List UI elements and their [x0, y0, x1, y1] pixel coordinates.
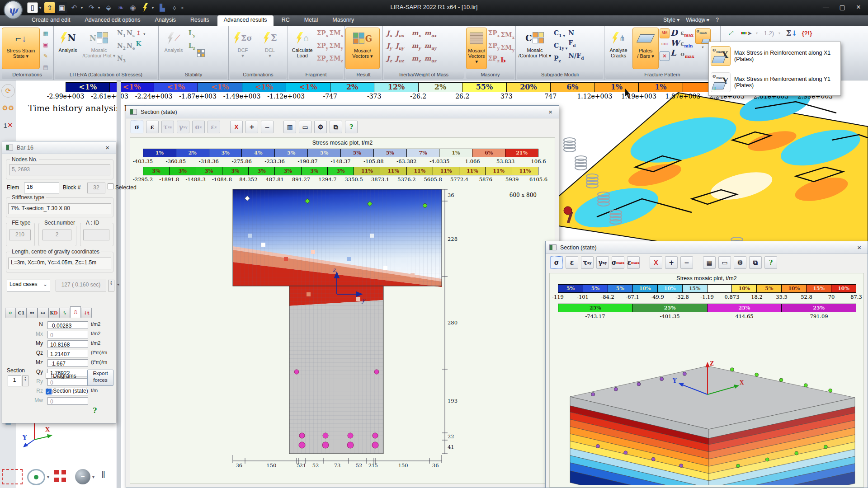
target-caret-icon[interactable]: ▾ [47, 474, 49, 479]
letter-button-Mx[interactable]: ΣMx [500, 31, 514, 41]
crack-pattern-1-icon[interactable]: ᴹᴹ [660, 28, 670, 38]
cancel-zoom-button[interactable]: X [650, 256, 662, 269]
epsilon-x-button[interactable]: εx [208, 121, 220, 133]
letter-button-Juy[interactable]: Juy [396, 42, 404, 52]
letter-button-L[interactable]: L [670, 49, 679, 56]
force-input-ry[interactable]: 0 [47, 378, 88, 386]
letter-button-Py[interactable]: ΣPy [316, 42, 328, 52]
tab-rotate[interactable]: ↺ [5, 308, 16, 318]
tab-advanced-results[interactable]: Advanced results [217, 15, 274, 26]
cancel-zoom-button[interactable]: X [230, 121, 243, 133]
section2-close-icon[interactable]: × [854, 244, 864, 251]
litera-mosaic-button[interactable]: N Mosaic /Contour Plot ▾ [82, 28, 116, 69]
force-input-qz[interactable]: 1.21407 [47, 350, 88, 357]
letter-button-Px[interactable]: ΣPx [488, 29, 500, 39]
tab-results[interactable]: Results [184, 15, 216, 26]
dcf-button[interactable]: Σσ DCF ▾ [230, 28, 256, 69]
letter-button-Jz[interactable]: Jz [387, 55, 392, 65]
tab-temperature[interactable]: ↓t [81, 308, 92, 318]
letter-button-mx[interactable]: mx [412, 29, 421, 39]
letter-button-mux[interactable]: mux [425, 29, 437, 39]
force-input-my[interactable]: 10.8168 [47, 340, 88, 348]
letter-button-Ns[interactable]: Ns [127, 29, 135, 39]
letter-button-N3[interactable]: N3 [117, 55, 126, 65]
redo-icon[interactable]: ↷ [86, 2, 97, 13]
section2-scale1[interactable]: 5%5%5%10%10%15%10%5%10%15%10% [558, 284, 856, 293]
help-menu[interactable]: ? [716, 17, 719, 23]
ruler-button[interactable]: ▭ [299, 121, 311, 133]
help-button[interactable]: ? [345, 121, 358, 133]
tau-xy-button[interactable]: τxy [581, 256, 594, 269]
pencil-icon[interactable]: ✎ [41, 51, 51, 61]
calculate-load-button[interactable]: ⌂ Calculate Load [289, 28, 316, 69]
letter-button-Ne[interactable]: Ne [127, 42, 135, 52]
letter-button-N1[interactable]: N1 [117, 29, 126, 39]
force-input-mz[interactable]: -1.667 [47, 359, 88, 367]
pan-rotate-icon[interactable]: ⟳ [1, 84, 15, 98]
letter-button-My[interactable]: ΣMy [329, 42, 343, 52]
force-input-mx[interactable]: 0 [47, 331, 88, 338]
litera-analysis-button[interactable]: N Analysis [55, 28, 81, 69]
model-cube-icon[interactable]: ⬙ [103, 2, 114, 13]
style-menu[interactable]: Style ▾ [663, 17, 679, 23]
menu-item-max-stress-x1[interactable]: σmax X Max Stress in Reinforcement along… [711, 44, 839, 68]
analyse-cracks-button[interactable]: ⋔ Analyse Cracks [605, 28, 632, 69]
flag-cursor-icon[interactable]: ➤ [741, 27, 752, 39]
cross-section-plot[interactable]: z y [130, 138, 556, 485]
export-settings-button[interactable]: ⚙ [734, 256, 746, 269]
letter-button-muz[interactable]: muz [425, 55, 437, 65]
sigma-max-button[interactable]: σmax [680, 51, 694, 59]
tab-forces[interactable]: ⎍ [70, 306, 81, 318]
tab-metal[interactable]: Metal [298, 15, 325, 26]
gamma-xy-button[interactable]: γxy [596, 256, 609, 269]
tab-link[interactable]: ⚯ [27, 308, 38, 318]
export-forces-button[interactable]: Export forces [87, 370, 113, 386]
letter-button-N[interactable]: N [568, 29, 584, 37]
force-input-n[interactable]: -0.00283 [47, 321, 88, 329]
epsilon-max-button[interactable]: εmax [627, 256, 640, 269]
letter-button-Jux[interactable]: Jux [396, 29, 404, 39]
new-caret-icon[interactable]: ▾ [39, 6, 43, 10]
tab-vector[interactable]: ⤥ [59, 308, 70, 318]
epsilon-strain-button[interactable]: ε [566, 256, 578, 269]
help-button[interactable]: ? [764, 256, 777, 269]
sigma-stress-button[interactable]: σ [550, 256, 563, 269]
letter-button-Pz[interactable]: ΣPz [316, 55, 328, 65]
pause-bars-icon[interactable]: ‖ [101, 469, 107, 481]
run-analysis-icon[interactable] [140, 2, 151, 13]
app-logo-icon[interactable]: ψ [4, 0, 23, 19]
run-caret-icon[interactable]: ▾ [152, 6, 156, 10]
letter-button-W[interactable]: W [670, 39, 679, 47]
book-icon[interactable]: ❧ [115, 2, 126, 13]
target-icon[interactable] [27, 469, 45, 485]
letter-button-C1y[interactable]: C1y ▾ [554, 42, 567, 52]
dialog-help-button[interactable]: ? [93, 406, 97, 415]
letter-button-my[interactable]: my [412, 42, 421, 52]
letter-button-N2[interactable]: N2 [117, 42, 126, 52]
stress-strain-state-button[interactable]: ⌐↓ Stress Strain State ▾ [2, 28, 40, 69]
mu-min-icon[interactable] [196, 48, 206, 58]
result-color-scale[interactable]: <1%<1%<1%<1%<1%<1%2%12%2%55%20%6%1%1% [66, 82, 815, 92]
tab-create-and-edit[interactable]: Create and edit [25, 15, 76, 26]
letter-button-Pz[interactable]: ΣPz [488, 55, 500, 65]
eps-min-button[interactable]: εmin [680, 40, 694, 48]
letter-button-Jy[interactable]: Jy [387, 42, 392, 52]
save-icon[interactable]: ▣ [57, 2, 67, 13]
pink-frame-icon[interactable]: ▣ [41, 40, 51, 50]
tab-node[interactable]: ⊶ [38, 308, 48, 318]
load-cases-dropdown[interactable]: Load cases⌄ [7, 280, 50, 291]
letter-button-Px[interactable]: ΣPx [316, 29, 328, 39]
letter-button-Mx[interactable]: ΣMx [329, 29, 343, 39]
close-button[interactable]: × [851, 2, 866, 13]
epsilon-strain-button[interactable]: ε [146, 121, 159, 133]
numbering-icon[interactable]: 1.2) [763, 27, 775, 39]
mosaic-plot-button[interactable]: ▦ [703, 256, 716, 269]
section1-titlebar[interactable]: Section (state) × [126, 106, 559, 118]
section-state-checkbox[interactable]: ✓ Section (state) [46, 388, 88, 394]
model-3d-mosaic-view[interactable] [542, 81, 868, 255]
tab-kd[interactable]: KD [48, 308, 59, 318]
letter-button-Fd[interactable]: Fd [568, 39, 584, 49]
crack-pattern-2-icon[interactable]: ᵚᵚ [660, 40, 670, 50]
selected-checkbox[interactable] [108, 183, 113, 190]
undo-icon[interactable]: ↶ [69, 2, 80, 13]
